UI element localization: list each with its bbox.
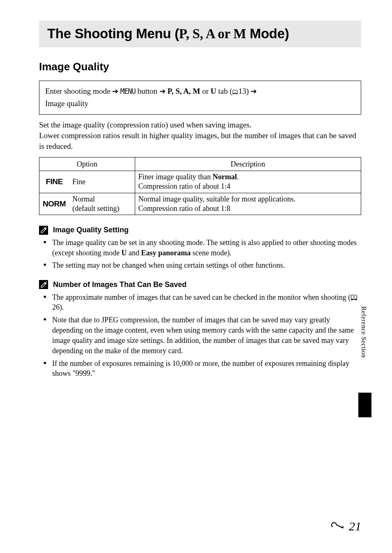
svg-point-0 [342, 526, 344, 528]
page-title: The Shooting Menu (P, S, A or M Mode) [47, 25, 355, 43]
pencil-icon [39, 226, 48, 235]
nav-pageref: 13 [238, 87, 246, 95]
table-row: NORM Normal (default setting) Normal ima… [39, 193, 361, 215]
book-icon: 🕮 [232, 88, 238, 95]
bullet-text: and [127, 249, 141, 257]
menu-icon-label: MENU [120, 87, 136, 95]
desc-bold: Normal [213, 173, 237, 181]
title-prefix: The Shooting Menu ( [47, 26, 179, 41]
footer-decor-icon [330, 518, 348, 535]
table-header-description: Description [135, 157, 361, 171]
note-title: Number of Images That Can Be Saved [53, 280, 187, 289]
book-icon: 🕮 [350, 293, 358, 301]
list-item: The setting may not be changed when usin… [39, 260, 361, 271]
table-header-option: Option [39, 157, 135, 171]
nav-closeparen: ) [246, 87, 251, 95]
options-table: Option Description FINE Fine Finer image… [39, 157, 361, 215]
desc-text: Finer image quality than [138, 173, 213, 181]
page-number-footer: 21 [330, 518, 361, 535]
side-tab-marker [358, 393, 371, 417]
note-title: Image Quality Setting [53, 225, 129, 235]
bullet-text: scene mode). [191, 249, 231, 257]
bullet-text: ). [60, 303, 64, 311]
page-ref: 26 [52, 303, 60, 311]
list-item: Note that due to JPEG compression, the n… [39, 315, 361, 356]
table-row: FINE Fine Finer image quality than Norma… [39, 171, 361, 193]
pencil-icon [39, 280, 48, 289]
navigation-path-box: Enter shooting mode ➔ MENU button ➔ P, S… [39, 81, 361, 115]
nav-final-item: Image quality [45, 99, 88, 108]
intro-paragraph: Set the image quality (compression ratio… [39, 120, 361, 152]
option-description: Normal image quality, suitable for most … [135, 193, 361, 215]
list-item: The approximate number of images that ca… [39, 292, 361, 313]
note-bullet-list: The approximate number of images that ca… [39, 292, 361, 379]
note-bullet-list: The image quality can be set in any shoo… [39, 238, 361, 271]
option-name: Normal (default setting) [69, 193, 135, 215]
arrow-icon: ➔ [251, 87, 257, 95]
option-description: Finer image quality than Normal. Compres… [135, 171, 361, 193]
side-section-label: Reference Section [359, 306, 368, 358]
option-name: Fine [69, 171, 135, 193]
page-number: 21 [349, 518, 361, 535]
nav-modes: P, S, A, M [168, 87, 201, 95]
arrow-icon: ➔ [112, 87, 118, 95]
nav-text-1: Enter shooting mode [45, 87, 112, 95]
section-heading: Image Quality [39, 60, 361, 74]
option-icon-fine: FINE [39, 171, 69, 193]
nav-button-word: button [136, 87, 159, 95]
note-block-number-images: Number of Images That Can Be Saved The a… [39, 280, 361, 379]
nav-mode-u: U [210, 87, 216, 95]
note-heading: Number of Images That Can Be Saved [39, 280, 361, 289]
list-item: If the number of exposures remaining is … [39, 359, 361, 379]
nav-or: or [200, 87, 210, 95]
note-block-image-quality: Image Quality Setting The image quality … [39, 225, 361, 271]
desc-text: Normal image quality, suitable for most … [138, 195, 296, 213]
note-heading: Image Quality Setting [39, 225, 361, 235]
option-icon-norm: NORM [39, 193, 69, 215]
nav-tab-word: tab ( [216, 87, 232, 95]
page-title-bar: The Shooting Menu (P, S, A or M Mode) [39, 21, 361, 47]
bullet-bold: Easy panorama [141, 249, 191, 257]
list-item: The image quality can be set in any shoo… [39, 238, 361, 258]
mode-letter: U [121, 249, 127, 257]
title-modes: P, S, A or M [179, 26, 246, 41]
title-suffix: Mode) [246, 26, 289, 41]
arrow-icon: ➔ [159, 87, 166, 95]
bullet-text: The approximate number of images that ca… [52, 293, 350, 301]
